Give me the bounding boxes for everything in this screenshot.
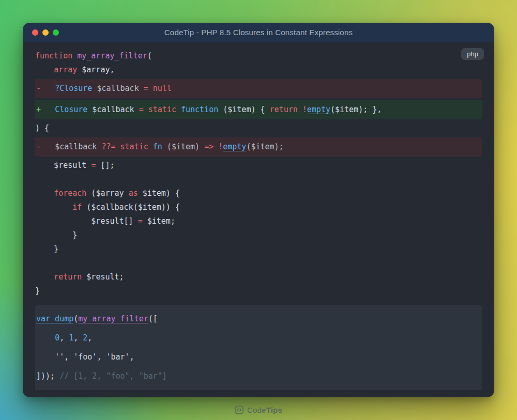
code-line: if ($callback($item)) { (35, 200, 482, 214)
footer-brand-text: CodeTips (247, 406, 282, 414)
code-line-diff-del: - $callback ??= static fn ($item) => !em… (35, 137, 482, 157)
code-line: } (35, 284, 482, 298)
code-line: var_dump(my_array_filter([ (36, 309, 481, 329)
diff-sign: - (36, 84, 41, 93)
code-line: $result = []; (35, 159, 482, 173)
code-main-lines: function my_array_filter( array $array,-… (35, 49, 482, 298)
traffic-lights (32, 23, 59, 42)
footer-brand: CodeTips (0, 404, 517, 415)
codetips-logo-icon (235, 406, 244, 414)
minimize-button[interactable] (42, 29, 49, 36)
code-line: } (35, 242, 482, 256)
window-titlebar: CodeTip - PHP 8.5 Closures in Constant E… (23, 23, 494, 42)
diff-sign: - (36, 142, 41, 151)
code-line-diff-add: + Closure $callback = static function ($… (35, 100, 482, 119)
window-title: CodeTip - PHP 8.5 Closures in Constant E… (164, 28, 353, 37)
zoom-button[interactable] (53, 29, 59, 36)
code-line: $result[] = $item; (35, 214, 482, 228)
code-line: ])); // [1, 2, "foo", "bar"] (36, 367, 481, 386)
diff-sign: + (36, 105, 41, 114)
code-line (35, 173, 482, 186)
code-line: } (35, 228, 482, 242)
language-badge: php (461, 48, 484, 60)
code-line: '', 'foo', 'bar', (36, 348, 481, 367)
code-line: foreach ($array as $item) { (35, 186, 482, 200)
code-line: return $result; (35, 270, 482, 284)
code-line: array $array, (35, 63, 482, 77)
highlighted-code-block: var_dump(my_array_filter([ 0, 1, 2, '', … (35, 305, 482, 390)
code-line: 0, 1, 2, (36, 329, 481, 348)
code-line (35, 256, 482, 270)
code-area: php function my_array_filter( array $arr… (23, 42, 494, 397)
close-button[interactable] (32, 29, 38, 36)
code-line: ) { (35, 121, 482, 135)
code-window: CodeTip - PHP 8.5 Closures in Constant E… (23, 23, 494, 397)
code-line-diff-del: - ?Closure $callback = null (35, 79, 482, 98)
code-line: function my_array_filter( (35, 49, 482, 63)
